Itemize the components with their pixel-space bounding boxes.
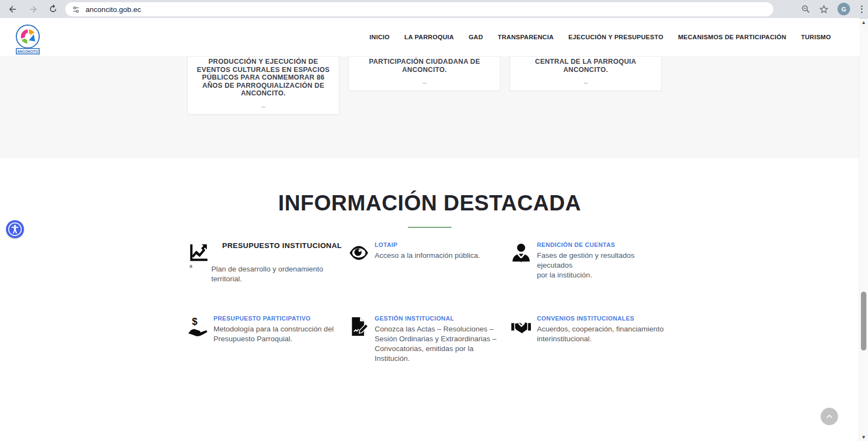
featured-item-title[interactable]: GESTIÓN INSTITUCIONAL [375, 315, 509, 322]
featured-item-presupuesto-institucional: a PRESUPUESTO INSTITUCIONAL Plan de desa… [187, 241, 348, 284]
url-text[interactable]: anconcito.gob.ec [85, 5, 141, 14]
nav-item-gad[interactable]: GAD [469, 34, 483, 40]
featured-item-presupuesto-participativo: $ PRESUPUESTO PARTICIPATIVO Metodología … [187, 315, 348, 344]
nav-item-mecanismos-de-participacion[interactable]: MECANISMOS DE PARTICIPACIÓN [678, 34, 786, 40]
featured-item-convenios-institucionales: CONVENIOS INSTITUCIONALES Acuerdos, coop… [511, 315, 671, 344]
back-icon[interactable] [4, 1, 21, 17]
nav-item-turismo[interactable]: TURISMO [801, 34, 831, 40]
featured-item-rendicion-de-cuentas: RENDICIÓN DE CUENTAS Fases de gestión y … [511, 241, 671, 280]
featured-item-description: Conozca las Actas – Resoluciones – Sesió… [375, 324, 509, 364]
nav-item-la-parroquia[interactable]: LA PARROQUIA [405, 34, 454, 40]
scrollbar-down-icon[interactable]: ▼ [859, 433, 868, 441]
forward-icon[interactable] [25, 1, 41, 17]
reload-icon[interactable] [45, 1, 61, 17]
nav-item-ejecucion-y-presupuesto[interactable]: EJECUCIÓN Y PRESUPUESTO [569, 34, 663, 40]
news-card-meta: – [195, 102, 331, 111]
featured-item-title[interactable]: RENDICIÓN DE CUENTAS [537, 241, 671, 248]
person-icon [511, 243, 531, 263]
featured-item-description: Acuerdos, cooperación, financiamiento in… [537, 324, 671, 344]
address-bar[interactable]: anconcito.gob.ec [65, 2, 773, 16]
featured-item-title[interactable]: LOTAIP [375, 241, 509, 248]
featured-item-title[interactable]: PRESUPUESTO PARTICIPATIVO [213, 315, 348, 322]
chevron-up-icon [826, 413, 833, 420]
featured-item-description: Fases de gestión y resultados ejecutados… [537, 251, 671, 280]
news-card-title: CENTRAL DE LA PARROQUIA ANCONCITO. [518, 58, 653, 74]
featured-item-description: Metodología para la construcción del Pre… [213, 324, 348, 344]
browser-menu-icon[interactable] [859, 3, 865, 15]
svg-text:$: $ [192, 316, 197, 327]
page-scrollbar[interactable]: ▲ ▼ [859, 19, 868, 441]
news-card-title: PRODUCCIÓN Y EJECUCIÓN DE EVENTOS CULTUR… [195, 58, 331, 98]
news-card-meta: – [357, 78, 492, 87]
browser-toolbar: anconcito.gob.ec G [0, 0, 868, 19]
icon-caption: a [190, 263, 192, 269]
nav-item-transparencia[interactable]: TRANSPARENCIA [498, 34, 554, 40]
news-section: PRODUCCIÓN Y EJECUCIÓN DE EVENTOS CULTUR… [0, 56, 859, 158]
zoom-icon[interactable] [801, 4, 810, 14]
main-navigation: INICIO LA PARROQUIA GAD TRANSPARENCIA EJ… [370, 18, 831, 56]
featured-item-title[interactable]: CONVENIOS INSTITUCIONALES [537, 315, 671, 322]
site-settings-icon[interactable] [72, 5, 80, 14]
news-card-title: PARTICIPACIÓN CIUDADANA DE ANCONCITO. [357, 58, 492, 74]
profile-avatar[interactable]: G [838, 3, 850, 15]
accessibility-icon [8, 222, 22, 237]
featured-item-title[interactable]: PRESUPUESTO INSTITUCIONAL [222, 241, 348, 250]
section-divider [408, 227, 451, 228]
featured-item-gestion-institucional: GESTIÓN INSTITUCIONAL Conozca las Actas … [349, 315, 509, 364]
scrollbar-up-icon[interactable]: ▲ [859, 19, 868, 26]
hand-dollar-icon: $ [187, 316, 208, 337]
chart-line-icon [187, 243, 208, 263]
featured-item-description: Plan de desarrollo y ordenamiento territ… [211, 264, 348, 284]
site-header: ANCONCITO INICIO LA PARROQUIA GAD TRANSP… [0, 18, 859, 56]
nav-item-inicio[interactable]: INICIO [370, 34, 390, 40]
eye-icon [349, 243, 369, 263]
news-card[interactable]: PRODUCCIÓN Y EJECUCIÓN DE EVENTOS CULTUR… [187, 56, 339, 114]
news-card[interactable]: PARTICIPACIÓN CIUDADANA DE ANCONCITO. – [349, 56, 500, 91]
scroll-to-top-button[interactable] [821, 408, 838, 425]
accessibility-button[interactable] [6, 220, 24, 238]
featured-item-description: Acceso a la información pública. [375, 251, 509, 261]
news-card-meta: – [518, 78, 653, 87]
site-logo[interactable]: ANCONCITO [15, 23, 40, 55]
featured-item-lotaip: LOTAIP Acceso a la información pública. [349, 241, 509, 261]
logo-text: ANCONCITO [17, 50, 39, 53]
bookmark-star-icon[interactable] [819, 4, 829, 14]
news-card[interactable]: CENTRAL DE LA PARROQUIA ANCONCITO. – [510, 56, 662, 91]
document-edit-icon [349, 316, 369, 337]
section-title: INFORMACIÓN DESTACADA [0, 191, 859, 215]
scrollbar-thumb[interactable] [861, 292, 866, 351]
handshake-icon [511, 316, 531, 337]
